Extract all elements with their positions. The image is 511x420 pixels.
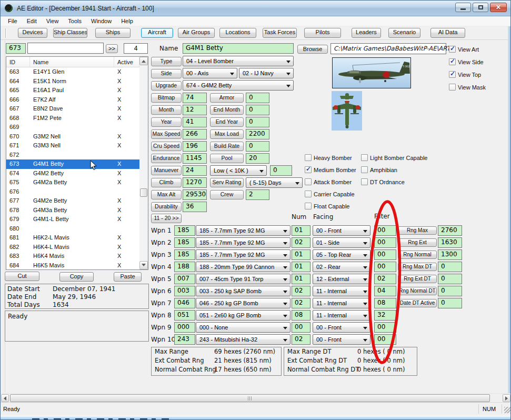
stat-value-max-alt[interactable]: 29530	[183, 189, 207, 200]
list-row[interactable]: 670G3M2 NellX	[6, 132, 139, 142]
rng-normal-dt-value[interactable]: 0	[438, 286, 462, 296]
tab-ai-data[interactable]: AI Data	[430, 28, 465, 38]
minimize-button[interactable]	[455, 3, 471, 12]
tab-pilots[interactable]: Pilots	[304, 28, 341, 38]
end-year-value[interactable]: 0	[246, 117, 269, 127]
weapon-filter-field[interactable]: 32	[374, 310, 396, 321]
horizontal-scrollbar[interactable]	[1, 393, 510, 402]
rng-ext-dt-button[interactable]: Rng Ext DT	[398, 275, 437, 283]
weapon-filter-field[interactable]: 08	[374, 298, 396, 308]
weapon-num-field[interactable]: 01	[292, 262, 310, 272]
weapons-page-button[interactable]: 11 - 20 >>	[151, 214, 182, 223]
capability-checkbox-carrier-capable[interactable]	[305, 191, 312, 197]
upgrade-button[interactable]: Upgrade	[151, 81, 182, 91]
stat-value2-manuever[interactable]: 0	[270, 165, 292, 176]
tab-leaders[interactable]: Leaders	[352, 28, 381, 38]
date-dt-active-value[interactable]: 0	[438, 298, 462, 308]
weapon-id-field[interactable]: 185	[174, 225, 195, 236]
weapon-id-field[interactable]: 007	[174, 274, 195, 284]
weapon-facing-dropdown[interactable]: 11 - Internal	[313, 286, 370, 296]
copy-button[interactable]: Copy	[59, 272, 94, 282]
list-row[interactable]: 684H6K5 MavisX	[6, 261, 139, 270]
weapon-dropdown[interactable]: 185 - 7.7mm Type 92 MG	[196, 225, 290, 236]
weapon-facing-dropdown[interactable]: 00 - Front	[313, 322, 370, 333]
name-field[interactable]: G4M1 Betty	[183, 43, 294, 54]
weapon-facing-dropdown[interactable]: 05 - Top Rear	[313, 249, 370, 260]
crew-button[interactable]: Crew	[210, 190, 244, 199]
rng-max-dt-value[interactable]: 0	[438, 262, 462, 272]
list-row[interactable]: 674G4M2 BettyX	[6, 169, 139, 178]
build-rate-value[interactable]: 0	[246, 141, 269, 152]
date-dt-active-button[interactable]: Date DT Active	[398, 299, 437, 307]
list-row[interactable]: 672	[6, 151, 139, 160]
list-scroll-down-button[interactable]	[139, 261, 148, 269]
rng-ext-value[interactable]: 1630	[438, 237, 462, 248]
stat-button-durability[interactable]: Durability	[151, 202, 182, 212]
search-input[interactable]	[27, 43, 104, 54]
tab-devices[interactable]: Devices	[18, 28, 47, 38]
list-column-header-name[interactable]: Name	[30, 57, 114, 67]
weapon-id-field[interactable]: 051	[174, 310, 195, 321]
menu-edit[interactable]: Edit	[22, 16, 42, 26]
weapon-num-field[interactable]: 02	[292, 298, 310, 308]
weapon-dropdown[interactable]: 188 - 20mm Type 99 Cannon	[196, 262, 290, 272]
stat-button-bitmap[interactable]: Bitmap	[151, 93, 182, 103]
list-scrollbar[interactable]	[139, 57, 148, 269]
weapon-num-field[interactable]: 08	[292, 310, 310, 321]
stat-value-endurance[interactable]: 1145	[183, 153, 207, 164]
tab-locations[interactable]: Locations	[219, 28, 256, 38]
stat-value-cru-speed[interactable]: 196	[183, 141, 207, 152]
rng-ext-button[interactable]: Rng Ext	[398, 238, 437, 247]
stat-value-year[interactable]: 41	[183, 117, 207, 127]
end-year-button[interactable]: End Year	[210, 117, 244, 127]
tab-task-forces[interactable]: Task Forces	[263, 28, 297, 38]
list-row[interactable]: 669	[6, 123, 139, 132]
weapon-filter-field[interactable]: 00	[374, 322, 396, 333]
stat-button-manuever[interactable]: Manuever	[151, 166, 182, 175]
menu-help[interactable]: Help	[116, 16, 138, 26]
weapon-id-field[interactable]: 188	[174, 262, 195, 272]
list-column-header-active[interactable]: Active	[114, 57, 139, 67]
list-row[interactable]: 664E15K1 NormX	[6, 77, 139, 86]
service-dropdown[interactable]: 02 - IJ Navy	[239, 68, 294, 78]
stat-button-month[interactable]: Month	[151, 105, 182, 115]
list-scroll-up-button[interactable]	[139, 57, 148, 65]
weapon-id-field[interactable]: 000	[174, 322, 195, 333]
weapon-num-field[interactable]: 01	[292, 274, 310, 284]
rng-max-dt-button[interactable]: Rng Max DT	[398, 263, 437, 271]
stat-button-year[interactable]: Year	[151, 117, 182, 127]
list-row[interactable]: 668F1M2 PeteX	[6, 114, 139, 123]
weapon-facing-dropdown[interactable]: 11 - Internal	[313, 310, 370, 321]
stat-button-climb[interactable]: Climb	[151, 178, 182, 187]
armor-value[interactable]: 0	[246, 93, 269, 103]
rng-max-button[interactable]: Rng Max	[398, 226, 437, 235]
paste-button[interactable]: Paste	[114, 272, 142, 282]
list-row[interactable]: 680	[6, 224, 139, 234]
list-row[interactable]: 667E8N2 DaveX	[6, 104, 139, 114]
view-checkbox-view-top[interactable]: ✓	[449, 71, 456, 78]
weapon-filter-field[interactable]: 00	[374, 262, 396, 272]
side-button[interactable]: Side	[151, 69, 182, 78]
weapon-facing-dropdown[interactable]: 00 - Front	[313, 225, 370, 236]
list-row[interactable]: 682H6K4-L MavisX	[6, 243, 139, 252]
tab-ship-classes[interactable]: Ship Classes	[53, 28, 87, 38]
list-row[interactable]: 681H6K2-L MavisX	[6, 233, 139, 243]
pool-button[interactable]: Pool	[210, 154, 244, 163]
rng-normal-button[interactable]: Rng Normal	[398, 251, 437, 259]
scroll-left-button[interactable]	[1, 394, 9, 402]
weapon-dropdown[interactable]: 003 - 250 kg SAP Bomb	[196, 286, 290, 296]
stat-value-bitmap[interactable]: 74	[183, 93, 207, 103]
stat-value-durability[interactable]: 36	[183, 202, 207, 212]
list-row[interactable]: 663E14Y1 GlenX	[6, 67, 139, 77]
capability-checkbox-float-capable[interactable]	[305, 203, 312, 209]
horizontal-scrollbar-thumb[interactable]	[10, 394, 490, 402]
list-column-header-id[interactable]: ID	[6, 57, 30, 67]
list-row[interactable]: 678G4M3a BettyX	[6, 206, 139, 215]
record-id-field[interactable]: 673	[6, 43, 26, 54]
weapon-dropdown[interactable]: 185 - 7.7mm Type 92 MG	[196, 249, 290, 260]
resize-grip-icon[interactable]	[504, 407, 510, 413]
end-month-button[interactable]: End Month	[210, 105, 244, 115]
tab-aircraft[interactable]: Aircraft	[141, 28, 173, 38]
weapon-facing-dropdown[interactable]: 00 - Front	[313, 334, 370, 345]
list-row[interactable]: 679G4M1-L BettyX	[6, 215, 139, 224]
